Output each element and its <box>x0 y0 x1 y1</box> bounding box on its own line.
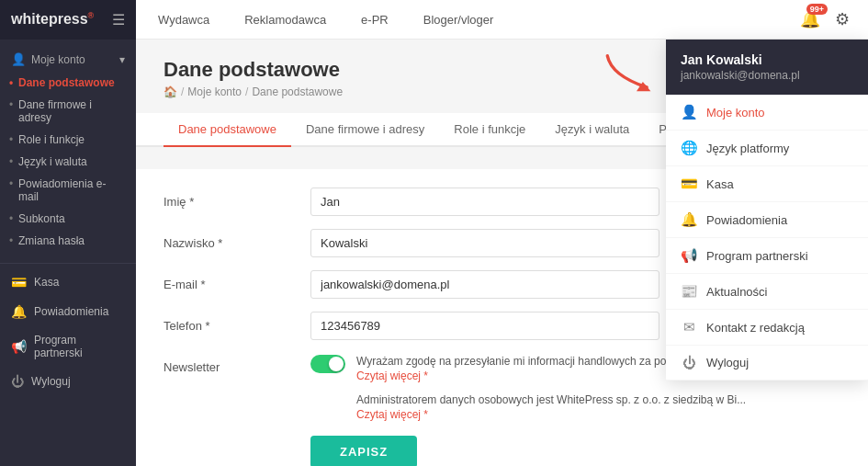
dropdown-user-email: jankowalski@domena.pl <box>681 69 853 82</box>
tab-role[interactable]: Role i funkcje <box>439 113 540 147</box>
logo-sup: ® <box>88 11 95 20</box>
dropdown-item-aktualnosci[interactable]: 📰 Aktualności <box>666 274 868 310</box>
sidebar-item-label: Dane firmowe i adresy <box>18 98 92 124</box>
sidebar-item-label: Role i funkcje <box>18 133 85 146</box>
tab-dane-podstawowe[interactable]: Dane podstawowe <box>163 113 291 147</box>
sidebar-nav-label: Program partnerski <box>34 334 125 359</box>
wallet-icon: 💳 <box>11 275 27 290</box>
power-dropdown-icon: ⏻ <box>681 355 697 370</box>
power-icon: ⏻ <box>11 374 24 389</box>
imie-input[interactable] <box>310 188 659 216</box>
dropdown-item-powiadomienia[interactable]: 🔔 Powiadomienia <box>666 202 868 238</box>
admin-text: Administratorem danych osobowych jest Wh… <box>356 392 746 408</box>
dropdown-item-label: Moje konto <box>706 106 765 119</box>
save-button[interactable]: ZAPISZ <box>310 436 417 466</box>
email-label: E-mail * <box>163 270 310 291</box>
dropdown-item-program[interactable]: 📢 Program partnerski <box>666 238 868 274</box>
sidebar-nav-label: Powiadomienia <box>34 305 108 318</box>
my-account-label: Moje konto <box>31 53 85 66</box>
tab-jezyk[interactable]: Język i waluta <box>540 113 644 147</box>
topnav-epr[interactable]: e-PR <box>357 13 392 27</box>
globe-icon: 🌐 <box>681 140 697 156</box>
wallet-dropdown-icon: 💳 <box>681 176 697 192</box>
sidebar-item-label: Dane podstawowe <box>18 76 115 89</box>
dropdown-user-name: Jan Kowalski <box>681 52 853 67</box>
dropdown-item-label: Powiadomienia <box>706 213 787 227</box>
newsletter-toggle[interactable] <box>310 355 345 373</box>
sidebar-nav-wyloguj[interactable]: ⏻ Wyloguj <box>0 367 136 396</box>
topnav-bloger[interactable]: Bloger/vloger <box>420 13 498 27</box>
telefon-label: Telefon * <box>163 312 310 333</box>
sidebar-nav-powiadomienia[interactable]: 🔔 Powiadomienia <box>0 297 136 326</box>
chevron-icon: ▾ <box>119 53 125 66</box>
dropdown-item-label: Program partnerski <box>706 249 808 263</box>
arrow-indicator <box>603 51 659 99</box>
newspaper-icon: 📰 <box>681 283 697 300</box>
sidebar-item-label: Język i waluta <box>18 155 87 168</box>
logo: whitepress® <box>11 11 94 28</box>
hamburger-icon[interactable]: ☰ <box>112 11 125 28</box>
envelope-icon: ✉ <box>681 319 697 335</box>
nazwisko-input[interactable] <box>310 229 659 257</box>
breadcrumb-current: Dane podstawowe <box>252 85 343 98</box>
logo-press: press <box>49 12 88 28</box>
dropdown-item-label: Wyloguj <box>706 356 749 369</box>
person-icon: 👤 <box>11 52 26 66</box>
sidebar-item-role[interactable]: Role i funkcje <box>0 129 136 151</box>
dropdown-item-label: Kasa <box>706 177 734 191</box>
sidebar-nav-program[interactable]: 📢 Program partnerski <box>0 326 136 367</box>
bell-icon: 🔔 <box>11 304 27 319</box>
sidebar-item-zmiana-hasla[interactable]: Zmiana hasła <box>0 230 136 252</box>
sidebar-item-label: Powiadomienia e-mail <box>18 177 106 203</box>
sidebar-nav-label: Kasa <box>34 276 59 289</box>
my-account-section: 👤 Moje konto ▾ Dane podstawowe Dane firm… <box>0 40 136 259</box>
notification-button[interactable]: 🔔 99+ <box>800 9 820 29</box>
topnav-icons: 🔔 99+ ⚙ <box>800 9 850 29</box>
dropdown-item-label: Aktualności <box>706 285 767 299</box>
main-content: Wydawca Reklamodawca e-PR Bloger/vloger … <box>136 0 868 466</box>
topnav: Wydawca Reklamodawca e-PR Bloger/vloger … <box>136 0 868 40</box>
sidebar-nav-label: Wyloguj <box>31 375 71 388</box>
sidebar: whitepress® ☰ 👤 Moje konto ▾ Dane podsta… <box>0 0 136 466</box>
tab-dane-firmowe[interactable]: Dane firmowe i adresy <box>291 113 439 147</box>
newsletter-label: Newsletter <box>163 353 310 374</box>
email-input[interactable] <box>310 270 659 299</box>
imie-label: Imię * <box>163 188 310 209</box>
breadcrumb-home-icon[interactable]: 🏠 <box>163 85 177 98</box>
sidebar-item-label: Zmiana hasła <box>18 234 85 247</box>
sidebar-item-powiadomienia[interactable]: Powiadomienia e-mail <box>0 173 136 208</box>
megaphone-icon: 📢 <box>11 339 27 354</box>
dropdown-item-kontakt[interactable]: ✉ Kontakt z redakcją <box>666 310 868 346</box>
sidebar-item-jezyk[interactable]: Język i waluta <box>0 151 136 173</box>
person-dropdown-icon: 👤 <box>681 104 697 120</box>
logo-white: white <box>11 12 49 28</box>
admin-read-more[interactable]: Czytaj więcej * <box>356 408 746 421</box>
dropdown-item-label: Język platformy <box>706 142 789 155</box>
nazwisko-label: Nazwisko * <box>163 229 310 250</box>
notification-badge: 99+ <box>806 4 828 15</box>
dropdown-item-kasa[interactable]: 💳 Kasa <box>666 166 868 202</box>
sidebar-item-dane-podstawowe[interactable]: Dane podstawowe <box>0 72 136 94</box>
breadcrumb-my-account[interactable]: Moje konto <box>187 85 242 98</box>
sidebar-item-subkonta[interactable]: Subkonta <box>0 208 136 230</box>
settings-button[interactable]: ⚙ <box>835 9 850 29</box>
topnav-reklamodawca[interactable]: Reklamodawca <box>241 13 330 27</box>
megaphone-dropdown-icon: 📢 <box>681 247 697 264</box>
sidebar-item-label: Subkonta <box>18 212 65 225</box>
telefon-input[interactable] <box>310 312 659 340</box>
my-account-header[interactable]: 👤 Moje konto ▾ <box>0 47 136 72</box>
dropdown-item-moje-konto[interactable]: 👤 Moje konto <box>666 95 868 131</box>
sidebar-item-dane-firmowe[interactable]: Dane firmowe i adresy <box>0 94 136 129</box>
topnav-wydawca[interactable]: Wydawca <box>154 13 213 27</box>
dropdown-item-label: Kontakt z redakcją <box>706 321 805 335</box>
bell-dropdown-icon: 🔔 <box>681 211 697 228</box>
sidebar-nav-kasa[interactable]: 💳 Kasa <box>0 267 136 297</box>
dropdown-item-wyloguj[interactable]: ⏻ Wyloguj <box>666 346 868 381</box>
dropdown-item-jezyk[interactable]: 🌐 Język platformy <box>666 131 868 166</box>
dropdown-header: Jan Kowalski jankowalski@domena.pl <box>666 40 868 95</box>
sidebar-logo: whitepress® ☰ <box>0 0 136 40</box>
user-dropdown: Jan Kowalski jankowalski@domena.pl 👤 Moj… <box>666 40 868 381</box>
